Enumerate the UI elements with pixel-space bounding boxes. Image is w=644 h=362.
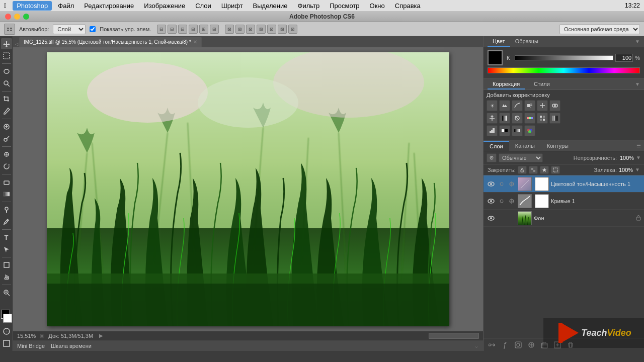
- auto-select-dropdown[interactable]: Слой Группу: [53, 24, 86, 34]
- quick-select-tool[interactable]: [1, 78, 12, 89]
- lock-artboard-icon[interactable]: [551, 166, 560, 174]
- color-lookup-icon[interactable]: [537, 113, 548, 124]
- align-left-icon[interactable]: ⊟: [157, 25, 166, 34]
- add-link-button[interactable]: [487, 340, 498, 350]
- channel-mixer-icon[interactable]: [524, 113, 535, 124]
- invert-icon[interactable]: [549, 113, 560, 124]
- quick-mask-tool[interactable]: [1, 326, 12, 337]
- eyedropper-tool[interactable]: [1, 106, 12, 117]
- channels-tab[interactable]: Каналы: [509, 141, 541, 150]
- distribute-icon6[interactable]: ⊠: [278, 25, 287, 34]
- maximize-button[interactable]: [23, 14, 29, 20]
- show-transform-checkbox[interactable]: [90, 26, 96, 32]
- opacity-value[interactable]: 100%: [619, 155, 634, 161]
- bw-icon[interactable]: [499, 113, 510, 124]
- distribute-icon5[interactable]: ⊠: [267, 25, 276, 34]
- background-color[interactable]: [3, 314, 12, 323]
- history-brush-tool[interactable]: [1, 161, 12, 172]
- dodge-tool[interactable]: [1, 204, 12, 215]
- correction-panel-header[interactable]: Коррекция Стили ▼: [484, 79, 644, 90]
- path-select-tool[interactable]: [1, 244, 12, 255]
- bottom-collapse[interactable]: ⌄: [474, 342, 479, 349]
- color-picker[interactable]: [0, 310, 13, 323]
- menu-file[interactable]: Файл: [54, 1, 78, 11]
- color-k-slider[interactable]: [515, 55, 613, 60]
- brush-tool[interactable]: [1, 133, 12, 144]
- lock-transparency-icon[interactable]: [529, 166, 538, 174]
- hue-sat-icon[interactable]: [549, 100, 560, 111]
- view-kind-icon[interactable]: [487, 153, 497, 162]
- swatches-tab[interactable]: Образцы: [510, 37, 543, 47]
- layer-link-curves[interactable]: [498, 197, 506, 205]
- add-mask-button[interactable]: [513, 340, 524, 350]
- align-top-icon[interactable]: ⊞: [189, 25, 198, 34]
- gradient-tool[interactable]: [1, 189, 12, 200]
- menu-type[interactable]: Шрифт: [217, 1, 247, 11]
- styles-tab[interactable]: Стили: [529, 79, 555, 89]
- layer-item-curves[interactable]: Кривые 1: [484, 193, 644, 210]
- layer-filter-curves[interactable]: [508, 197, 516, 205]
- menu-help[interactable]: Справка: [391, 1, 425, 11]
- lock-position-icon[interactable]: [540, 166, 549, 174]
- menu-select[interactable]: Выделение: [249, 1, 292, 11]
- gradient-map-icon[interactable]: [512, 125, 523, 136]
- zoom-tool[interactable]: [1, 287, 12, 298]
- layer-link-hue[interactable]: [498, 180, 506, 188]
- pen-tool[interactable]: [1, 216, 12, 227]
- layer-visibility-bg[interactable]: [487, 214, 496, 223]
- lock-pixels-icon[interactable]: [518, 166, 527, 174]
- color-panel-header[interactable]: Цвет Образцы ▼: [484, 36, 644, 47]
- shape-tool[interactable]: [1, 259, 12, 270]
- paths-tab[interactable]: Контуры: [541, 141, 575, 150]
- crop-tool[interactable]: [1, 94, 12, 105]
- fill-value[interactable]: 100%: [619, 167, 633, 173]
- color-k-input[interactable]: [615, 54, 633, 62]
- menu-photoshop[interactable]: Photoshop: [13, 1, 52, 11]
- threshold-icon[interactable]: [499, 125, 510, 136]
- tab-arrow-left[interactable]: ◁: [15, 41, 19, 47]
- distribute-h-icon[interactable]: ⊠: [225, 25, 234, 34]
- menu-window[interactable]: Окно: [366, 1, 389, 11]
- fill-arrow[interactable]: ▼: [635, 167, 640, 172]
- brightness-icon[interactable]: ☀: [487, 100, 498, 111]
- text-tool[interactable]: T: [1, 232, 12, 243]
- distribute-v-icon[interactable]: ⊠: [235, 25, 245, 34]
- posterize-icon[interactable]: [487, 125, 498, 136]
- hand-tool[interactable]: [1, 272, 12, 283]
- layer-visibility-curves[interactable]: [487, 197, 496, 206]
- marquee-tool[interactable]: [1, 50, 12, 61]
- vibrance-icon[interactable]: [537, 100, 548, 111]
- layer-visibility-hue[interactable]: [487, 179, 496, 189]
- screen-mode-tool[interactable]: [1, 338, 12, 349]
- minimize-button[interactable]: [14, 14, 20, 20]
- workspace-dropdown[interactable]: Основная рабочая среда: [559, 24, 640, 34]
- layer-item-background[interactable]: Фон: [484, 210, 644, 227]
- move-tool[interactable]: [1, 38, 12, 49]
- curves-icon[interactable]: [512, 100, 523, 111]
- layers-menu-icon[interactable]: ☰: [636, 143, 641, 148]
- align-bottom-icon[interactable]: ⊞: [210, 25, 219, 34]
- menu-view[interactable]: Просмотр: [326, 1, 363, 11]
- document-tab[interactable]: IMG_1125.tiff @ 15,5% (Цветовой тон/Насы…: [19, 37, 202, 47]
- layer-item-hue-sat[interactable]: Цветовой тон/Насыщенность 1: [484, 175, 644, 193]
- correction-tab[interactable]: Коррекция: [488, 79, 525, 89]
- menu-image[interactable]: Изображение: [140, 1, 189, 11]
- menu-filter[interactable]: Фильтр: [294, 1, 324, 11]
- exposure-icon[interactable]: [524, 100, 535, 111]
- align-middle-icon[interactable]: ⊞: [199, 25, 208, 34]
- levels-icon[interactable]: [499, 100, 510, 111]
- menu-edit[interactable]: Редактирование: [80, 1, 138, 11]
- add-style-button[interactable]: ƒ: [500, 340, 511, 350]
- tab-close-button[interactable]: ✕: [193, 39, 197, 45]
- scroll-bar[interactable]: [429, 333, 479, 339]
- foreground-swatch[interactable]: [488, 50, 503, 65]
- clone-tool[interactable]: [1, 149, 12, 160]
- status-icon[interactable]: ▣: [40, 333, 44, 338]
- align-right-icon[interactable]: ⊟: [178, 25, 187, 34]
- eraser-tool[interactable]: [1, 176, 12, 188]
- spectrum-bar[interactable]: [488, 67, 640, 73]
- distribute-icon4[interactable]: ⊠: [257, 25, 266, 34]
- photo-filter-icon[interactable]: [512, 113, 523, 124]
- menu-layers[interactable]: Слои: [191, 1, 215, 11]
- lasso-tool[interactable]: [1, 66, 12, 77]
